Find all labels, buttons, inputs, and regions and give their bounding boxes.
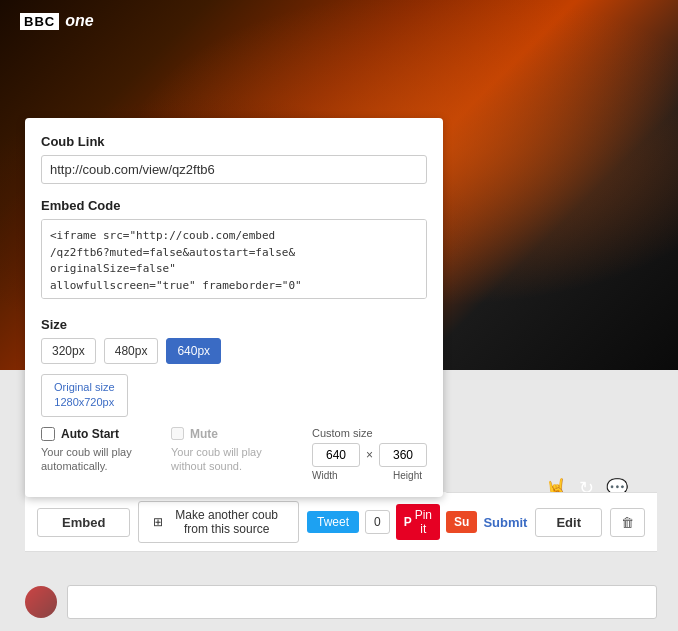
- autostart-sub: Your coub will play automatically.: [41, 445, 151, 474]
- one-text: one: [65, 12, 93, 30]
- custom-size-label: Custom size: [312, 427, 373, 439]
- make-coub-label: Make another coub from this source: [169, 508, 284, 536]
- custom-size-group: Custom size × Width Height: [312, 427, 427, 481]
- original-size-label: Original size: [54, 381, 115, 393]
- tweet-count: 0: [365, 510, 390, 534]
- pinterest-button[interactable]: P Pin it: [396, 504, 440, 540]
- autostart-checkbox[interactable]: [41, 427, 55, 441]
- social-row: Tweet 0 P Pin it Su Submit: [307, 504, 527, 540]
- custom-inputs: ×: [312, 443, 427, 467]
- embed-dialog: Coub Link Embed Code <iframe src="http:/…: [25, 118, 443, 497]
- make-coub-button[interactable]: ⊞ Make another coub from this source: [138, 501, 299, 543]
- height-input[interactable]: [379, 443, 427, 467]
- custom-dimension-labels: Width Height: [312, 470, 422, 481]
- pinterest-icon: P: [404, 515, 412, 529]
- bbc-text: BBC: [20, 13, 59, 30]
- width-label: Width: [312, 470, 338, 481]
- comment-avatar: [25, 586, 57, 618]
- size-640-button[interactable]: 640px: [166, 338, 221, 364]
- trash-icon: 🗑: [621, 515, 634, 530]
- page-wrapper: BBC one so Ribeiro 🤘 ↻ 💬 Coub Link Embed…: [0, 0, 678, 631]
- submit-button[interactable]: Submit: [483, 515, 527, 530]
- comment-input[interactable]: [67, 585, 657, 619]
- embed-button[interactable]: Embed: [37, 508, 130, 537]
- stumble-icon: Su: [454, 515, 469, 529]
- tweet-button[interactable]: Tweet: [307, 511, 359, 533]
- times-icon: ×: [366, 448, 373, 462]
- embed-code-textarea[interactable]: <iframe src="http://coub.com/embed /qz2f…: [41, 219, 427, 299]
- size-320-button[interactable]: 320px: [41, 338, 96, 364]
- autostart-group: Auto Start Your coub will play automatic…: [41, 427, 151, 474]
- coub-link-input[interactable]: [41, 155, 427, 184]
- autostart-label[interactable]: Auto Start: [41, 427, 151, 441]
- bbc-logo: BBC one: [20, 12, 94, 30]
- stumble-button[interactable]: Su: [446, 511, 477, 533]
- size-480-button[interactable]: 480px: [104, 338, 159, 364]
- card-toolbar: Embed ⊞ Make another coub from this sour…: [25, 492, 657, 552]
- comment-bar: [25, 585, 657, 619]
- edit-button[interactable]: Edit: [535, 508, 602, 537]
- make-coub-icon: ⊞: [153, 515, 163, 529]
- delete-button[interactable]: 🗑: [610, 508, 645, 537]
- size-row: 320px 480px 640px: [41, 338, 427, 364]
- mute-checkbox[interactable]: [171, 427, 184, 440]
- pin-it-label: Pin it: [415, 508, 432, 536]
- mute-label[interactable]: Mute: [171, 427, 281, 441]
- mute-sub: Your coub will play without sound.: [171, 445, 281, 474]
- mute-group: Mute Your coub will play without sound.: [171, 427, 281, 474]
- height-label: Height: [393, 470, 422, 481]
- embed-code-label: Embed Code: [41, 198, 427, 213]
- size-label: Size: [41, 317, 427, 332]
- width-input[interactable]: [312, 443, 360, 467]
- original-size-button[interactable]: Original size 1280x720px: [41, 374, 128, 417]
- original-size-sub: 1280x720px: [54, 396, 114, 408]
- options-row: Auto Start Your coub will play automatic…: [41, 427, 427, 481]
- coub-link-label: Coub Link: [41, 134, 427, 149]
